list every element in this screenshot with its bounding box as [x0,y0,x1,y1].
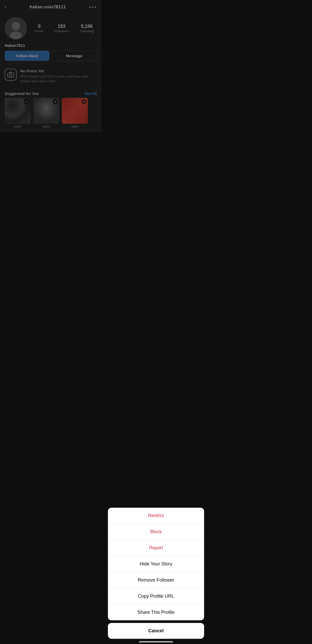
overlay-backdrop[interactable] [0,0,101,220]
